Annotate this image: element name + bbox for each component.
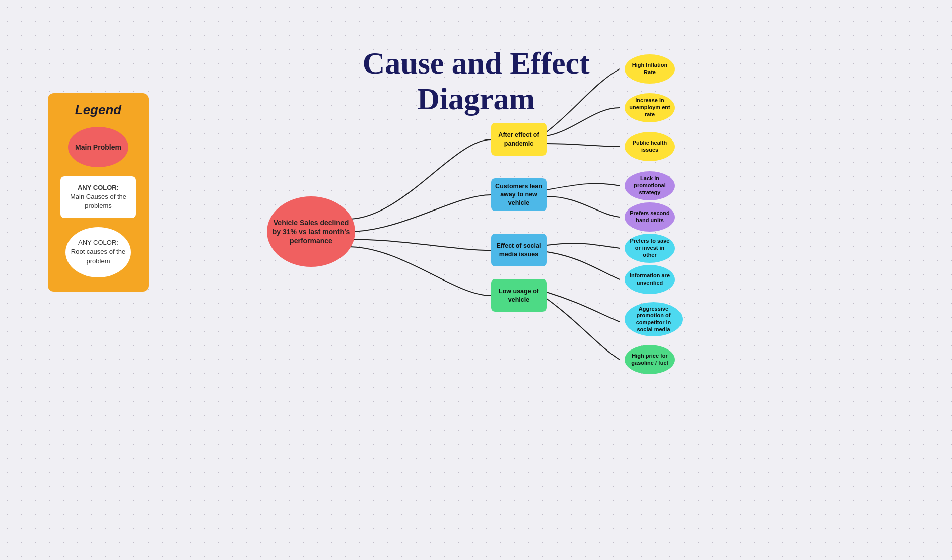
diagram-title: Cause and Effect Diagram: [300, 45, 652, 117]
root-promo-lack: Lack in promotional strategy: [625, 171, 675, 200]
cause-customers: Customers lean away to new vehicle: [491, 178, 547, 211]
root-secondhand: Prefers second hand units: [625, 202, 675, 232]
root-inflation: High Inflation Rate: [625, 54, 675, 84]
main-problem-node: Vehicle Sales declined by 31% vs last mo…: [267, 196, 355, 267]
cause-pandemic: After effect of pandemic: [491, 123, 547, 156]
legend-root-item: ANY COLOR:Root causes of the problem: [65, 227, 131, 277]
root-gasoline: High price for gasoline / fuel: [625, 345, 675, 374]
root-save-invest: Prefers to save or invest in other: [625, 234, 675, 263]
legend-main-problem: Main Problem: [68, 127, 128, 167]
cause-social: Effect of social media issues: [491, 234, 547, 266]
root-public-health: Public health issues: [625, 132, 675, 161]
root-unverified: Information are unverified: [625, 265, 675, 294]
legend-box: Legend Main Problem ANY COLOR:Main Cause…: [48, 93, 149, 292]
legend-title: Legend: [75, 102, 121, 118]
root-competitor: Aggressive promotion of competitor in so…: [625, 302, 683, 336]
root-unemployment: Increase in unemploym ent rate: [625, 93, 675, 122]
cause-low-usage: Low usage of vehicle: [491, 279, 547, 312]
legend-cause-item: ANY COLOR:Main Causes of the problems: [60, 176, 136, 218]
